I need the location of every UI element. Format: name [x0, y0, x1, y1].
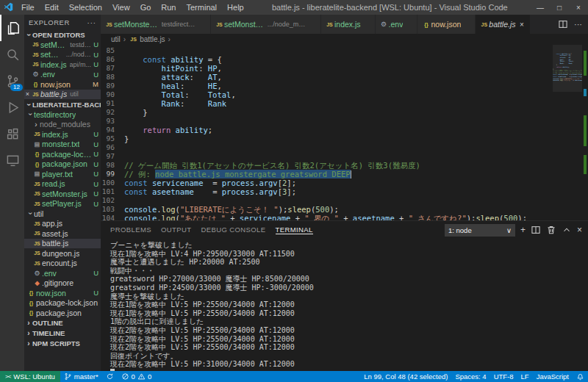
cursor-position[interactable]: Ln 99, Col 48 (42 selected) — [360, 371, 451, 382]
code-line[interactable]: 85 — [101, 46, 553, 55]
code-area[interactable]: 8586 const ability = {87 hitPoint: HP,88… — [101, 45, 553, 220]
new-terminal-button[interactable]: + — [520, 225, 526, 235]
code-line[interactable]: 99// 例: node battle.js monstergate great… — [101, 170, 553, 179]
indentation[interactable]: Spaces: 4 — [451, 371, 490, 382]
activity-source-control[interactable]: 12 — [0, 68, 24, 94]
code-line[interactable]: 96 — [101, 143, 553, 152]
notifications[interactable] — [573, 371, 588, 382]
activity-remote-explorer[interactable] — [0, 147, 24, 173]
menu-view[interactable]: View — [107, 3, 135, 12]
language-mode[interactable]: JavaScript — [533, 371, 573, 382]
panel-tab-terminal[interactable]: TERMINAL — [276, 226, 313, 234]
menu-terminal[interactable]: Terminal — [182, 3, 223, 12]
breadcrumb-item[interactable]: util — [111, 35, 121, 43]
code-line[interactable]: 90 Total: Total, — [101, 90, 553, 99]
code-line[interactable]: 93 — [101, 117, 553, 126]
open-editor-.env[interactable]: ⚙.envU — [24, 70, 101, 80]
code-line[interactable]: 97 — [101, 152, 553, 161]
activity-explorer[interactable] — [0, 15, 24, 41]
eol[interactable]: LF — [517, 371, 533, 382]
git-branch[interactable]: master* — [60, 371, 102, 382]
terminal-content[interactable]: ブーニャを撃破しました現在1階を攻略中 LV:4 HP:29500/33000 … — [101, 239, 588, 371]
open-editor-setMonster.js[interactable]: JSsetMonster.js.../node_modulesU — [24, 50, 101, 60]
maximize-panel-button[interactable] — [562, 225, 572, 235]
code-line[interactable]: 102 — [101, 196, 553, 205]
code-line[interactable]: 92 } — [101, 108, 553, 117]
code-line[interactable]: 100const servicename = process.argv[2]; — [101, 179, 553, 187]
file-.env[interactable]: ⚙.envU — [24, 268, 101, 278]
tab-index.js[interactable]: JSindex.js — [321, 15, 376, 34]
panel-tab-problems[interactable]: PROBLEMS — [110, 226, 151, 234]
file-battle.js[interactable]: JSbattle.js — [24, 239, 101, 249]
sync-button[interactable] — [102, 371, 118, 382]
section-open-editors[interactable]: › OPEN EDITORS — [24, 29, 101, 40]
more-actions-icon[interactable]: ··· — [574, 20, 582, 29]
menu-go[interactable]: Go — [135, 3, 157, 12]
file-read.js[interactable]: JSread.jsU — [24, 179, 101, 190]
file-app.js[interactable]: JSapp.js — [24, 219, 101, 229]
section-workspace[interactable]: › LIBERATELITE-BACKEND [W... — [24, 99, 101, 109]
section-npm-scripts[interactable]: › NPM SCRIPTS — [24, 339, 101, 349]
file-encount.js[interactable]: JSencount.js — [24, 259, 101, 269]
close-panel-button[interactable]: × — [577, 225, 582, 235]
menu-file[interactable]: File — [16, 3, 40, 12]
file-index.js[interactable]: JSindex.jsU — [24, 129, 101, 140]
code-line[interactable]: 94 return ability; — [101, 126, 553, 134]
activity-run-debug[interactable] — [0, 94, 24, 120]
menu-run[interactable]: Run — [156, 3, 181, 12]
close-icon[interactable]: × — [518, 21, 526, 29]
file-setMonster.js[interactable]: JSsetMonster.jsU — [24, 189, 101, 199]
menu-help[interactable]: Help — [222, 3, 249, 12]
section-outline[interactable]: › OUTLINE — [24, 318, 101, 328]
activity-extensions[interactable] — [0, 120, 24, 147]
code-line[interactable]: 89 heal: HE, — [101, 82, 553, 90]
close-icon[interactable]: × — [569, 4, 588, 12]
section-timeline[interactable]: › TIMELINE — [24, 328, 101, 339]
code-line[interactable]: 101const aseetname = process.argv[3]; — [101, 187, 553, 196]
file-player.txt[interactable]: ▤player.txtU — [24, 169, 101, 179]
code-line[interactable]: 103console.log("LIBERATEにようこそ！ ");sleep(… — [101, 205, 553, 214]
panel-tab-debug-console[interactable]: DEBUG CONSOLE — [201, 226, 265, 234]
folder-node_modules[interactable]: ›node_modules — [24, 120, 101, 130]
close-icon[interactable]: × — [24, 90, 31, 98]
problems-indicator[interactable]: 0 0 — [118, 371, 156, 382]
remote-indicator[interactable]: >< WSL: Ubuntu — [0, 371, 60, 382]
folder-util[interactable]: ›util — [24, 209, 101, 219]
tab-now.json[interactable]: {}now.json — [417, 15, 476, 34]
folder-testdirectory[interactable]: ›testdirectory — [24, 109, 101, 120]
code-line[interactable]: 95} — [101, 134, 553, 143]
code-line[interactable]: 87 hitPoint: HP, — [101, 64, 553, 73]
panel-tab-output[interactable]: OUTPUT — [161, 226, 191, 234]
menu-selection[interactable]: Selection — [64, 3, 107, 12]
file-package-lock.json[interactable]: {}package-lock.json — [24, 298, 101, 309]
open-editor-index.js[interactable]: JSindex.jsapi/m...U — [24, 60, 101, 70]
more-actions-icon[interactable]: ··· — [87, 18, 97, 26]
code-line[interactable]: 104console.log("あなたは " + servicename + "… — [101, 214, 553, 220]
file-dungeon.js[interactable]: JSdungeon.js — [24, 248, 101, 259]
file-setPlayer.js[interactable]: JSsetPlayer.jsU — [24, 199, 101, 209]
split-terminal-button[interactable] — [531, 225, 541, 235]
terminal-select[interactable]: 1: node ∨ — [445, 224, 515, 237]
maximize-icon[interactable]: □ — [550, 4, 569, 12]
menu-edit[interactable]: Edit — [40, 3, 64, 12]
file-package.json[interactable]: {}package.jsonU — [24, 159, 101, 170]
file-monster.txt[interactable]: ▤monster.txtU — [24, 140, 101, 150]
kill-terminal-button[interactable] — [546, 225, 556, 235]
minimap[interactable]: const ability = { hitPoint: HP, attack: … — [553, 45, 588, 220]
tab-setMonster.js[interactable]: JSsetMonster.jstestdirectory — [101, 15, 211, 34]
code-line[interactable]: 88 attack: AT, — [101, 73, 553, 82]
tab-setMonster.js[interactable]: JSsetMonster.js.../node_modules — [211, 15, 321, 34]
minimap-viewport[interactable] — [553, 45, 582, 92]
split-editor-button[interactable] — [558, 19, 568, 29]
code-line[interactable]: 91 Rank: Rank — [101, 99, 553, 108]
encoding[interactable]: UTF-8 — [490, 371, 517, 382]
activity-search[interactable] — [0, 41, 24, 68]
open-editor-battle.js[interactable]: ×JSbattle.jsutil — [24, 90, 101, 100]
breadcrumb-item[interactable]: battle.js — [140, 35, 165, 43]
file-package-lock.json[interactable]: {}package-lock.jsonU — [24, 149, 101, 159]
code-line[interactable]: 86 const ability = { — [101, 55, 553, 64]
open-editor-now.json[interactable]: {}now.jsonM — [24, 79, 101, 90]
overview-ruler[interactable] — [582, 45, 588, 220]
code-line[interactable]: 98// ゲーム開始 引数1(アセットのサービス名) 引数2(アセット名) 引数… — [101, 161, 553, 170]
file-asset.js[interactable]: JSasset.js — [24, 228, 101, 239]
